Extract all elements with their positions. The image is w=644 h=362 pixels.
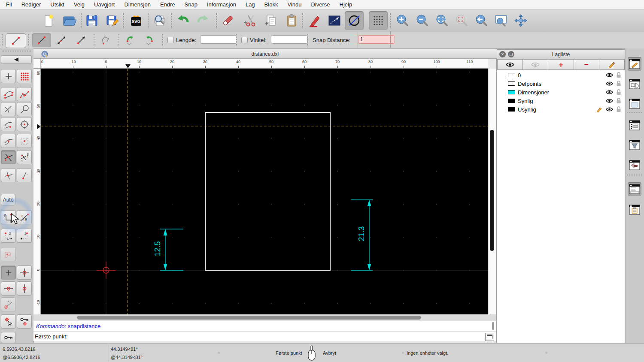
snap-nearest-button[interactable] <box>1 117 16 131</box>
lengde-checkbox[interactable] <box>167 37 174 43</box>
close-panel-button[interactable]: ✕ <box>499 51 506 57</box>
layer-visibility-eye-icon[interactable] <box>606 90 613 95</box>
toggle-pen-palette-button[interactable] <box>628 57 641 71</box>
menu-uavgjort[interactable]: Uavgjort <box>94 1 115 8</box>
layer-row[interactable]: Usynlig <box>497 105 625 114</box>
open-file-button[interactable] <box>60 11 79 30</box>
menu-endre[interactable]: Endre <box>160 1 175 8</box>
snap-intersection-manual-button[interactable]: 12 <box>17 150 32 164</box>
toggle-property-editor-button[interactable] <box>628 203 641 217</box>
snap-distance-point-button[interactable] <box>1 168 16 182</box>
polyline-button[interactable] <box>96 33 115 47</box>
new-file-button[interactable] <box>39 11 58 30</box>
snap-free-button[interactable] <box>1 69 16 83</box>
horizontal-scrollbar[interactable]: 10 < 100 <box>33 314 496 321</box>
set-relative-zero-button[interactable] <box>1 314 16 329</box>
toggle-plugins-button[interactable] <box>628 158 641 172</box>
save-as-button[interactable] <box>103 11 122 30</box>
zoom-out-button[interactable] <box>413 11 431 30</box>
copy-button[interactable] <box>261 11 280 30</box>
edit-layer-button[interactable] <box>599 59 625 70</box>
toggle-selection-filter-button[interactable] <box>628 138 641 152</box>
drawing-canvas[interactable]: 12.5 21.3 <box>41 69 488 314</box>
dimension-21-3[interactable]: 21.3 <box>351 200 373 270</box>
snap-middle-button[interactable] <box>1 134 16 148</box>
snap-angle-point-button[interactable] <box>17 168 32 182</box>
lock-relative-zero-button[interactable] <box>17 314 32 329</box>
dimension-12-5[interactable]: 12.5 <box>153 229 183 270</box>
menu-snap[interactable]: Snap <box>185 1 197 8</box>
toggle-command-line-button[interactable] <box>628 182 641 196</box>
toggle-layer-list-button[interactable] <box>628 118 641 132</box>
zoom-auto-button[interactable] <box>432 11 451 30</box>
menu-dimensjon[interactable]: Dimensjon <box>124 1 150 8</box>
command-prompt[interactable]: Første punkt: <box>35 333 68 340</box>
auto-snap-button[interactable]: Auto <box>1 194 15 205</box>
snap-reference-button[interactable] <box>17 134 32 148</box>
menu-hjelp[interactable]: Hjelp <box>340 1 352 8</box>
layer-lock-icon[interactable] <box>616 98 621 104</box>
menu-vindu[interactable]: Vindu <box>287 1 301 8</box>
line-two-points-button[interactable] <box>32 33 51 47</box>
restrict-horizontal-button[interactable] <box>1 281 16 296</box>
undo-segment-button[interactable] <box>121 33 140 47</box>
save-button[interactable] <box>82 11 101 30</box>
zoom-previous-button[interactable] <box>452 11 471 30</box>
snap-on-entity-button[interactable] <box>17 87 32 101</box>
line-arrow-button[interactable] <box>72 33 91 47</box>
menu-diverse[interactable]: Diverse <box>311 1 330 8</box>
layer-row[interactable]: Synlig <box>497 97 625 105</box>
paste-button[interactable] <box>282 11 301 30</box>
snap-grid-button[interactable] <box>17 69 32 83</box>
line-attributes-button[interactable] <box>325 11 344 30</box>
menu-blokk[interactable]: Blokk <box>264 1 278 8</box>
document-titlebar[interactable]: Q distance.dxf <box>33 49 497 59</box>
menu-utsikt[interactable]: Utsikt <box>50 1 64 8</box>
remove-layer-button[interactable]: − <box>574 59 599 70</box>
vinkel-input[interactable] <box>271 35 308 44</box>
key-button[interactable] <box>1 332 16 343</box>
vinkel-checkbox[interactable] <box>241 37 248 43</box>
vertical-scrollbar[interactable] <box>488 69 496 314</box>
layer-visibility-eye-icon[interactable] <box>606 81 613 86</box>
command-options-button[interactable] <box>485 333 494 341</box>
layer-lock-icon[interactable] <box>616 81 621 87</box>
menu-velg[interactable]: Velg <box>74 1 85 8</box>
grid-toggle-button[interactable] <box>369 11 388 30</box>
zoom-window-button[interactable] <box>492 11 510 30</box>
command-widget[interactable]: Kommando: snapdistance Første punkt: <box>33 321 496 341</box>
export-svg-button[interactable]: SVG <box>127 11 146 30</box>
restrict-nothing-button[interactable] <box>1 265 16 280</box>
palette-drag-handle[interactable] <box>2 51 31 51</box>
add-layer-button[interactable]: ＋ <box>548 59 574 70</box>
redo-button[interactable] <box>193 11 212 30</box>
snap-distance-input[interactable] <box>358 35 395 44</box>
restrict-vertical-button[interactable] <box>17 281 32 296</box>
restrict-orthogonal-button[interactable] <box>17 265 32 280</box>
cut-button[interactable] <box>241 11 260 30</box>
relative-zero-shape-button[interactable] <box>1 247 16 261</box>
snap-intersection-button[interactable] <box>1 150 16 164</box>
layer-visibility-eye-icon[interactable] <box>606 72 613 78</box>
menu-fil[interactable]: Fil <box>6 1 12 8</box>
layer-row[interactable]: Dimensjoner <box>497 88 625 97</box>
toggle-library-browser-button[interactable] <box>628 97 641 111</box>
menu-informasjon[interactable]: Informasjon <box>207 1 236 8</box>
zoom-back-button[interactable] <box>472 11 491 30</box>
layer-lock-icon[interactable] <box>616 106 621 112</box>
drawn-rectangle[interactable] <box>205 112 330 270</box>
line-both-arrows-button[interactable] <box>52 33 71 47</box>
layer-row[interactable]: Defpoints <box>497 79 625 88</box>
restrict-angle-button[interactable] <box>1 297 16 311</box>
layer-row[interactable]: 0 <box>497 71 625 79</box>
horizontal-scrollbar-thumb[interactable] <box>77 316 421 320</box>
layer-visibility-eye-icon[interactable] <box>606 107 613 112</box>
snap-endpoints-button[interactable] <box>1 87 16 101</box>
corner-point-1-button[interactable]: 12 <box>1 229 16 243</box>
snap-center-button[interactable] <box>17 117 32 131</box>
undo-button[interactable] <box>174 11 193 30</box>
delete-button[interactable] <box>219 11 237 30</box>
command-scrollbar[interactable] <box>492 322 494 330</box>
redo-segment-button[interactable] <box>140 33 159 47</box>
palette-back-button[interactable] <box>1 55 32 64</box>
